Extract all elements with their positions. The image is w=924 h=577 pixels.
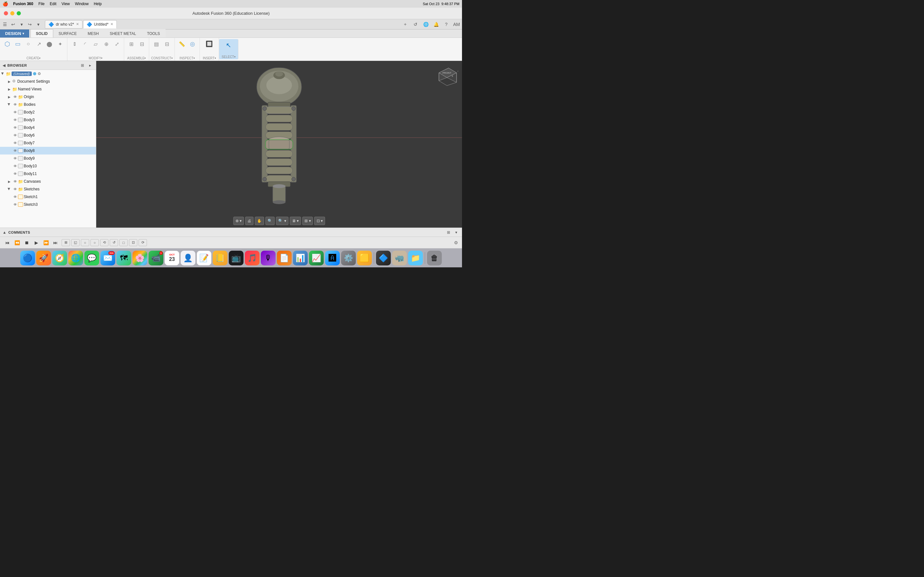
new-tab-btn[interactable]: ＋	[401, 20, 409, 29]
select-label[interactable]: SELECT ▾	[222, 55, 236, 59]
vp-joint-btn[interactable]: ⊕ ▾	[233, 217, 244, 225]
body2-eye[interactable]: 👁	[12, 109, 18, 115]
modify-press-pull[interactable]: ⇕	[69, 39, 79, 51]
dock-podcasts[interactable]: 🎙	[261, 251, 276, 266]
vp-display-btn[interactable]: 🖥 ▾	[290, 217, 301, 225]
dock-chrome[interactable]: 🌐	[68, 251, 83, 266]
menu-help[interactable]: Help	[94, 2, 102, 6]
tree-item-canvases[interactable]: ▶ 👁 📁 Canvases	[0, 177, 96, 185]
origin-eye[interactable]: 👁	[12, 94, 18, 100]
dock-reminders[interactable]: 📝	[197, 251, 212, 266]
tab-solid[interactable]: SOLID	[31, 29, 53, 37]
playback-end[interactable]: ⏭	[52, 239, 59, 246]
tab-close-2[interactable]: ✕	[110, 22, 113, 26]
tree-item-root[interactable]: ▶ 📁 (Unsaved) ⚙	[0, 70, 96, 77]
playback-play[interactable]: ▶	[33, 239, 40, 246]
pb-tool-5[interactable]: ⟲	[100, 239, 108, 246]
body9-eye[interactable]: 👁	[12, 155, 18, 161]
menu-edit[interactable]: Edit	[50, 2, 57, 6]
insert-mcmaster[interactable]: 🔲	[204, 39, 214, 51]
menu-view[interactable]: View	[61, 2, 70, 6]
minimize-button[interactable]	[10, 11, 15, 15]
dock-calendar[interactable]: OCT 23	[165, 251, 179, 266]
dock-finder2[interactable]: 📁	[408, 251, 423, 266]
dock-launchpad[interactable]: 🚀	[36, 251, 51, 266]
body7-eye[interactable]: 👁	[12, 140, 18, 146]
tree-item-body7[interactable]: 👁 Body7	[0, 139, 96, 147]
construct-label[interactable]: CONSTRUCT ▾	[151, 56, 173, 60]
modify-fillet[interactable]: ◜	[80, 39, 90, 51]
tree-item-body10[interactable]: 👁 Body10	[0, 162, 96, 170]
body6-eye[interactable]: 👁	[12, 132, 18, 138]
dock-mail[interactable]: ✉️ 316	[100, 251, 115, 266]
dock-stickies[interactable]: 🟨	[357, 251, 372, 266]
dock-finder[interactable]: 🔵	[20, 251, 35, 266]
tree-item-doc-settings[interactable]: ▶ ⚙ Document Settings	[0, 77, 96, 85]
dock-numbers[interactable]: 📈	[309, 251, 324, 266]
inspect-section-analysis[interactable]: ◎	[187, 39, 198, 51]
sketches-eye[interactable]: 👁	[12, 186, 18, 192]
playback-start[interactable]: ⏮	[4, 239, 11, 246]
tab-dr-who[interactable]: 🔷 dr who v2* ✕	[45, 20, 82, 29]
construct-offset-plane[interactable]: ▤	[152, 39, 162, 51]
create-label[interactable]: CREATE ▾	[27, 56, 41, 60]
menu-window[interactable]: Window	[75, 2, 89, 6]
redo-btn[interactable]: ↪	[26, 21, 33, 28]
dock-notes[interactable]: 📒	[213, 251, 228, 266]
viewport[interactable]: FRONT X Z ⊕ ▾ 🖨 ✋ 🔍 🔍 ▾ 🖥 ▾ ⊞ ▾ ⊡ ▾	[96, 61, 462, 227]
vp-view-btn[interactable]: ⊡ ▾	[314, 217, 325, 225]
dock-maps[interactable]: 🗺	[116, 251, 131, 266]
playback-stop[interactable]: ⏹	[23, 239, 30, 246]
create-new-component[interactable]: ⬡	[2, 39, 12, 51]
menu-app[interactable]: Fusion 360	[13, 2, 33, 6]
modify-combine[interactable]: ⊕	[101, 39, 111, 51]
dock-keynote[interactable]: 📊	[293, 251, 308, 266]
tree-item-sketches[interactable]: ▶ 👁 📁 Sketches	[0, 185, 96, 193]
comments-expand-btn[interactable]: ▾	[453, 229, 459, 235]
create-extrude[interactable]: ▭	[13, 39, 23, 51]
close-button[interactable]	[4, 11, 8, 15]
sketch1-eye[interactable]: 👁	[12, 194, 18, 200]
tree-item-body9[interactable]: 👁 Body9	[0, 155, 96, 162]
dock-trash[interactable]: 🗑	[427, 251, 442, 266]
tree-item-body6[interactable]: 👁 Body6	[0, 131, 96, 139]
comments-settings-btn[interactable]: ⊞	[445, 229, 452, 235]
tree-item-body2[interactable]: 👁 Body2	[0, 108, 96, 116]
vp-zoom-btn[interactable]: 🔍	[265, 217, 275, 225]
tree-item-body8[interactable]: 👁 Body8	[0, 147, 96, 155]
bodies-eye[interactable]: 👁	[12, 102, 18, 107]
browser-collapse-btn[interactable]: ▸	[87, 62, 94, 69]
pb-tool-8[interactable]: ⊡	[129, 239, 137, 246]
redo-dropdown[interactable]: ▾	[35, 21, 42, 28]
tab-help-btn[interactable]: ?	[442, 20, 451, 29]
dock-appstore[interactable]: 🅰	[325, 251, 340, 266]
tree-item-bodies[interactable]: ▶ 👁 📁 Bodies	[0, 101, 96, 108]
sidebar-collapse-btn[interactable]: ☰	[1, 21, 8, 28]
body3-eye[interactable]: 👁	[12, 117, 18, 123]
tree-item-sketch3[interactable]: 👁 Sketch3	[0, 201, 96, 208]
create-sweep[interactable]: ↗	[34, 39, 44, 51]
tree-item-body3[interactable]: 👁 Body3	[0, 116, 96, 124]
settings-gear-icon[interactable]: ⚙	[454, 240, 458, 245]
modify-label[interactable]: MODIFY ▾	[89, 56, 103, 60]
create-more-dropdown[interactable]: ⬤	[44, 39, 55, 51]
dock-facetime[interactable]: 📹 1	[149, 251, 163, 266]
body4-eye[interactable]: 👁	[12, 125, 18, 131]
playback-prev[interactable]: ⏪	[13, 239, 21, 246]
body11-eye[interactable]: 👁	[12, 171, 18, 177]
tree-item-named-views[interactable]: ▶ 📁 Named Views	[0, 85, 96, 93]
playback-next[interactable]: ⏩	[42, 239, 49, 246]
body10-eye[interactable]: 👁	[12, 163, 18, 169]
body8-eye[interactable]: 👁	[12, 148, 18, 153]
tab-untitled[interactable]: 🔷 Untitled* ✕	[83, 20, 117, 29]
vp-grid-btn[interactable]: ⊞ ▾	[302, 217, 313, 225]
root-settings[interactable]: ⚙	[37, 71, 41, 76]
comments-collapse[interactable]: ▲	[3, 230, 6, 235]
assemble-label[interactable]: ASSEMBLE ▾	[128, 56, 146, 60]
assemble-as-built[interactable]: ⊟	[137, 39, 147, 51]
dock-music[interactable]: 🎵	[245, 251, 260, 266]
menu-file[interactable]: File	[39, 2, 45, 6]
tab-sheet-metal[interactable]: SHEET METAL	[104, 29, 142, 37]
pb-tool-9[interactable]: ⟳	[139, 239, 147, 246]
tab-notification-btn[interactable]: 🔔	[432, 20, 440, 29]
